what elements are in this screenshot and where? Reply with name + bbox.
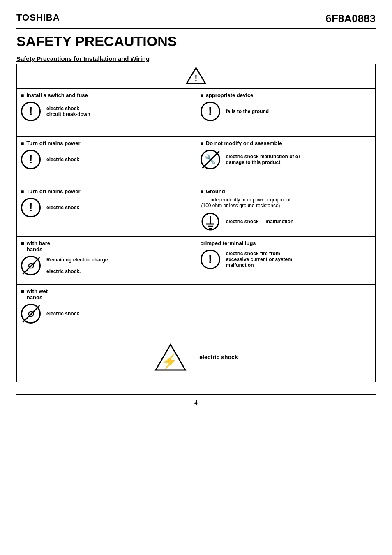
lightning-triangle-icon: ⚡ <box>154 343 187 372</box>
svg-text:⚡: ⚡ <box>161 354 178 369</box>
footer-divider <box>16 394 376 395</box>
icon-row-r1: ! falls to the ground <box>201 102 371 121</box>
item-header-turnoff1: Turn off mains power <box>21 140 192 146</box>
table-row: Install a switch and fuse ! electric sho… <box>17 89 376 137</box>
svg-text:!: ! <box>194 73 197 83</box>
icon-row-r4: ! electric shock fire fromexcessive curr… <box>201 250 371 269</box>
right-cell-4: crimped terminal lugs ! electric shock f… <box>196 237 376 285</box>
icon-row-r3: electric shock malfunction <box>201 212 371 231</box>
text-switch: electric shockcircuit break-down <box>46 106 90 117</box>
left-cell-1: Install a switch and fuse ! electric sho… <box>17 89 196 137</box>
icon-row-r2: 🔧 electric shock malfunction of ordamage… <box>201 150 371 169</box>
icon-row-3: ! electric shock <box>21 198 192 217</box>
bottom-warning-text: electric shock <box>199 354 238 361</box>
exclaim-icon-2: ! <box>21 150 41 169</box>
page-title: SAFETY PRECAUTIONS <box>16 33 376 49</box>
left-cell-2: Turn off mains power ! electric shock <box>17 137 196 185</box>
table-row: Turn off mains power ! electric shock Gr… <box>17 185 376 237</box>
text-appropriate: falls to the ground <box>226 109 269 114</box>
text-turnoff1: electric shock <box>46 157 79 162</box>
icon-row-4: ⊘ Remaining electric chargeelectric shoc… <box>21 256 192 275</box>
left-cell-5: ■with wethands ⊘ electric shock <box>17 285 196 333</box>
no-icon-wet: ⊘ <box>21 304 41 324</box>
text-crimped: electric shock fire fromexcessive curren… <box>226 251 292 268</box>
bottom-warning-row: ⚡ electric shock <box>17 333 376 382</box>
left-cell-4: ■with barehands ⊘ Remaining electric cha… <box>17 237 196 285</box>
right-cell-3: Ground independently from power equipmen… <box>196 185 376 237</box>
text-nomodify: electric shock malfunction of ordamage t… <box>226 154 300 165</box>
ground-icon <box>201 212 220 231</box>
exclaim-icon-3: ! <box>21 198 41 217</box>
table-row: ■with wethands ⊘ electric shock <box>17 285 376 333</box>
right-cell-5 <box>196 285 376 333</box>
caution-triangle-icon: ! <box>186 67 206 85</box>
logo: TOSHIBA <box>16 12 60 23</box>
item-header-turnoff2: Turn off mains power <box>21 188 192 194</box>
text-ground-shock: electric shock malfunction <box>226 219 294 224</box>
item-header-ground: Ground <box>201 188 371 194</box>
text-barehands: Remaining electric chargeelectric shock. <box>46 257 108 274</box>
section-title: Safety Precautions for Installation and … <box>16 55 376 62</box>
item-header-crimped: crimped terminal lugs <box>201 240 371 246</box>
item-header-switch: Install a switch and fuse <box>21 92 192 98</box>
page-header: TOSHIBA 6F8A0883 <box>16 12 376 25</box>
icon-row-1: ! electric shockcircuit break-down <box>21 102 192 121</box>
table-row: ■with barehands ⊘ Remaining electric cha… <box>17 237 376 285</box>
safety-table: ! Install a switch and fuse ! electric s… <box>16 64 376 382</box>
item-header-appropriate: appropriate device <box>201 92 371 98</box>
item-header-nomodify: Do not modify or disassemble <box>201 140 371 146</box>
item-header-barehands: ■with barehands <box>21 240 192 252</box>
no-wrench-icon: 🔧 <box>201 150 220 169</box>
table-row: Turn off mains power ! electric shock Do… <box>17 137 376 185</box>
exclaim-icon-r4: ! <box>201 250 220 269</box>
item-header-wethands: ■with wethands <box>21 288 192 301</box>
text-ground-sub: independently from power equipment. (100… <box>201 197 371 208</box>
text-wethands: electric shock <box>46 311 79 317</box>
right-cell-1: appropriate device ! falls to the ground <box>196 89 376 137</box>
icon-row-5: ⊘ electric shock <box>21 304 192 324</box>
header-divider <box>16 28 376 29</box>
icon-row-2: ! electric shock <box>21 150 192 169</box>
exclaim-icon-r1: ! <box>201 102 220 121</box>
text-turnoff2: electric shock <box>46 205 79 210</box>
page-number: — 4 — <box>16 399 376 406</box>
left-cell-3: Turn off mains power ! electric shock <box>17 185 196 237</box>
bottom-warning-content: ⚡ electric shock <box>27 343 365 372</box>
exclaim-icon-1: ! <box>21 102 41 121</box>
bottom-warning-cell: ⚡ electric shock <box>17 333 376 382</box>
caution-header: ! <box>17 64 376 89</box>
no-icon-bare: ⊘ <box>21 256 41 275</box>
doc-id: 6F8A0883 <box>326 12 376 25</box>
right-cell-2: Do not modify or disassemble 🔧 electric … <box>196 137 376 185</box>
